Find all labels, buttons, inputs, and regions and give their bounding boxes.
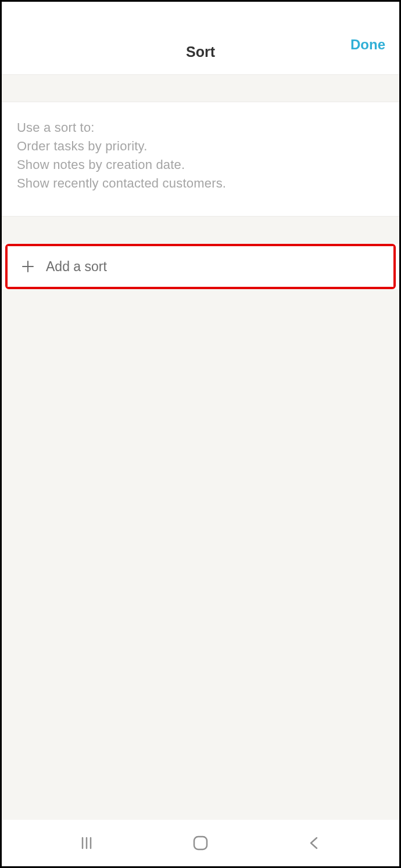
section-spacer [2, 216, 399, 244]
header-bar: Sort Done [2, 2, 399, 74]
page-title: Sort [186, 44, 215, 60]
description-line: Show notes by creation date. [17, 156, 384, 174]
system-nav-bar [2, 820, 399, 866]
description-line: Use a sort to: [17, 118, 384, 137]
add-sort-button[interactable]: Add a sort [8, 246, 393, 287]
description-section: Use a sort to: Order tasks by priority. … [2, 102, 399, 216]
description-line: Show recently contacted customers. [17, 174, 384, 193]
done-button[interactable]: Done [350, 37, 385, 53]
svg-rect-0 [194, 837, 207, 849]
content-area [2, 289, 399, 820]
description-line: Order tasks by priority. [17, 137, 384, 156]
home-button[interactable] [187, 829, 214, 857]
plus-icon [20, 259, 35, 274]
section-gap [2, 74, 399, 102]
add-sort-highlight: Add a sort [5, 244, 396, 289]
back-button[interactable] [300, 829, 328, 857]
recents-button[interactable] [73, 829, 101, 857]
add-sort-label: Add a sort [46, 259, 107, 275]
